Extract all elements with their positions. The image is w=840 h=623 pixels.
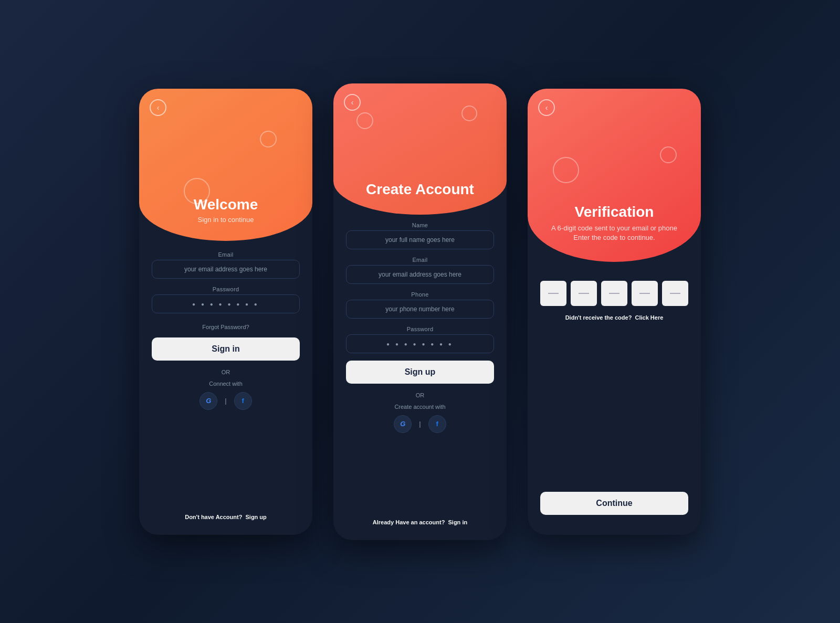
signup-phone-group: Phone your phone number here	[346, 291, 494, 319]
google-icon: G	[206, 397, 211, 405]
verify-title: Verification	[538, 204, 690, 220]
signin-body: Email your email address goes here Passw…	[139, 241, 312, 535]
signin-social-row: G | f	[152, 392, 300, 410]
signin-or: OR	[152, 369, 300, 375]
code-box-5[interactable]	[662, 281, 688, 306]
back-button-verify[interactable]: ‹	[538, 99, 555, 116]
resend-link[interactable]: Click Here	[635, 314, 664, 321]
signup-social-row: G | f	[346, 415, 494, 433]
code-box-4[interactable]	[632, 281, 658, 306]
signin-email-group: Email your email address goes here	[152, 251, 300, 279]
signup-link[interactable]: Sign up	[245, 514, 266, 520]
signup-or: OR	[346, 392, 494, 398]
back-button-signup[interactable]: ‹	[344, 94, 361, 111]
verify-body: Didn't receive the code? Click Here Cont…	[528, 262, 701, 535]
signin-password-input[interactable]: ● ● ● ● ● ● ● ●	[152, 294, 300, 313]
signup-button[interactable]: Sign up	[346, 361, 494, 384]
code-box-1[interactable]	[540, 281, 566, 306]
signup-password-group: Password ● ● ● ● ● ● ● ●	[346, 326, 494, 353]
google-icon-2: G	[400, 420, 405, 428]
signup-phone-label: Phone	[346, 291, 494, 298]
code-box-3[interactable]	[601, 281, 627, 306]
signup-bottom-text: Already Have an account? Sign in	[346, 514, 494, 525]
signup-name-input[interactable]: your full name goes here	[346, 230, 494, 249]
signup-password-input[interactable]: ● ● ● ● ● ● ● ●	[346, 334, 494, 353]
signup-email-label: Email	[346, 257, 494, 263]
google-signin-button[interactable]: G	[200, 392, 217, 410]
code-input-row	[540, 281, 688, 306]
signup-email-group: Email your email address goes here	[346, 257, 494, 284]
signin-password-label: Password	[152, 286, 300, 292]
signin-button[interactable]: Sign in	[152, 337, 300, 361]
signup-password-label: Password	[346, 326, 494, 332]
signin-email-input[interactable]: your email address goes here	[152, 260, 300, 279]
deco-circle-6	[660, 146, 677, 163]
deco-circle-3	[356, 112, 373, 129]
signup-card: ‹ Create Account Name your full name goe…	[333, 83, 507, 540]
signin-email-label: Email	[152, 251, 300, 258]
back-button-signin[interactable]: ‹	[150, 99, 166, 116]
signup-phone-input[interactable]: your phone number here	[346, 300, 494, 319]
signin-subtitle: Sign in to continue	[139, 215, 312, 225]
forgot-password-link[interactable]: Forgot Password?	[152, 324, 300, 330]
social-divider-2: |	[419, 420, 421, 428]
code-box-2[interactable]	[571, 281, 597, 306]
facebook-signup-button[interactable]: f	[428, 415, 446, 433]
signup-name-group: Name your full name goes here	[346, 222, 494, 249]
signup-name-label: Name	[346, 222, 494, 228]
signin-bottom-text: Don't have Account? Sign up	[152, 509, 300, 520]
signin-connect-label: Connect with	[152, 381, 300, 387]
verify-subtitle: A 6-digit code sent to your email or pho…	[538, 224, 690, 242]
social-divider: |	[225, 397, 226, 405]
deco-circle-5	[553, 157, 579, 183]
deco-circle-2	[260, 131, 277, 147]
google-signup-button[interactable]: G	[394, 415, 412, 433]
signup-email-input[interactable]: your email address goes here	[346, 265, 494, 284]
signup-connect-label: Create account with	[346, 404, 494, 410]
signin-title: Welcome	[139, 196, 312, 213]
facebook-icon-2: f	[436, 420, 438, 428]
resend-text: Didn't receive the code? Click Here	[540, 314, 688, 321]
facebook-icon: f	[242, 397, 244, 405]
verify-card: ‹ Verification A 6-digit code sent to yo…	[528, 89, 701, 535]
signup-title: Create Account	[333, 181, 507, 198]
signup-body: Name your full name goes here Email your…	[333, 215, 507, 540]
continue-button[interactable]: Continue	[540, 492, 688, 515]
signin-password-group: Password ● ● ● ● ● ● ● ●	[152, 286, 300, 313]
signin-link[interactable]: Sign in	[448, 519, 468, 525]
deco-circle-4	[461, 105, 477, 121]
facebook-signin-button[interactable]: f	[234, 392, 252, 410]
signin-card: ‹ Welcome Sign in to continue Email your…	[139, 89, 312, 535]
